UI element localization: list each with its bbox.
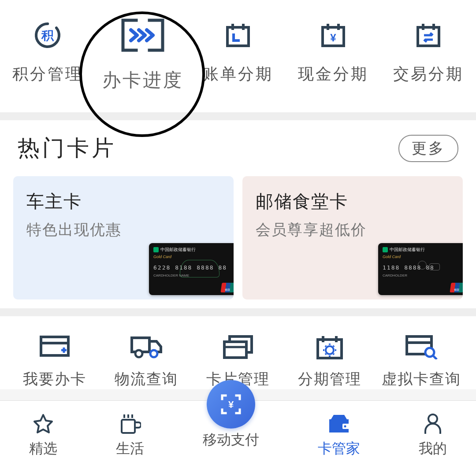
calendar-L-icon bbox=[224, 18, 252, 53]
nav-label: 生活 bbox=[116, 439, 144, 458]
svg-point-34 bbox=[344, 425, 346, 428]
divider bbox=[0, 308, 476, 316]
shortcut-bill-installment[interactable]: 账单分期 bbox=[194, 18, 282, 85]
divider bbox=[0, 112, 476, 120]
card-subtitle: 会员尊享超低价 bbox=[256, 220, 450, 240]
action-label: 物流查询 bbox=[115, 369, 178, 389]
unionpay-icon: 银联 bbox=[450, 283, 463, 292]
svg-point-35 bbox=[428, 414, 437, 423]
svg-rect-20 bbox=[318, 340, 342, 358]
more-button[interactable]: 更多 bbox=[398, 135, 458, 162]
svg-rect-18 bbox=[224, 342, 246, 358]
bottom-nav: 精选 生活 ¥ 移动支付 卡管家 我的 bbox=[0, 400, 476, 462]
card-search-icon bbox=[405, 334, 438, 360]
nav-featured[interactable]: 精选 bbox=[29, 412, 57, 458]
calendar-gear-icon bbox=[315, 334, 344, 360]
svg-rect-9 bbox=[418, 27, 439, 46]
nav-mobile-payment[interactable]: ¥ 移动支付 bbox=[203, 380, 259, 450]
truck-icon bbox=[130, 334, 163, 360]
svg-point-23 bbox=[326, 346, 334, 354]
shortcut-label: 积分管理 bbox=[12, 63, 83, 85]
action-row: 我要办卡 物流查询 卡片管理 分期管理 虚拟卡查询 bbox=[0, 316, 476, 389]
star-icon bbox=[32, 412, 54, 436]
credit-card-image: 中国邮政储蓄银行 Gold Card 6228 8188 8888 88 CAR… bbox=[149, 243, 234, 295]
shortcut-cash-installment[interactable]: ¥ 现金分期 bbox=[289, 18, 377, 85]
promo-card-car-owner[interactable]: 车主卡 特色出现优惠 中国邮政储蓄银行 Gold Card 6228 8188 … bbox=[13, 176, 234, 299]
calendar-transfer-icon bbox=[414, 18, 443, 53]
svg-point-15 bbox=[135, 350, 142, 357]
person-icon bbox=[423, 412, 443, 436]
credit-card-image: 中国邮政储蓄银行 Gold Card 1188 8888 88 CARDHOLD… bbox=[378, 243, 463, 295]
card-title: 车主卡 bbox=[26, 189, 220, 214]
shortcut-label: 现金分期 bbox=[298, 63, 368, 85]
shortcut-label: 交易分期 bbox=[393, 63, 464, 85]
nav-mine[interactable]: 我的 bbox=[419, 412, 447, 458]
action-label: 虚拟卡查询 bbox=[382, 369, 461, 389]
nav-life[interactable]: 生活 bbox=[116, 412, 144, 458]
shortcut-label: 账单分期 bbox=[203, 63, 273, 85]
top-shortcuts-row: 积 积分管理 办卡进度 账单分期 bbox=[0, 0, 476, 112]
svg-text:¥: ¥ bbox=[330, 32, 336, 44]
cards-stack-icon bbox=[223, 334, 253, 360]
card-plus-icon bbox=[39, 334, 70, 360]
nav-label: 卡管家 bbox=[318, 439, 360, 458]
calendar-yen-icon: ¥ bbox=[319, 18, 347, 53]
action-logistics-query[interactable]: 物流查询 bbox=[102, 334, 190, 389]
svg-line-27 bbox=[433, 356, 437, 359]
action-label: 分期管理 bbox=[298, 369, 361, 389]
section-title: 热门卡片 bbox=[18, 133, 116, 163]
progress-arrows-icon bbox=[119, 18, 167, 53]
scan-pay-icon: ¥ bbox=[207, 380, 255, 429]
card-subtitle: 特色出现优惠 bbox=[26, 220, 220, 240]
action-label: 我要办卡 bbox=[23, 369, 86, 389]
svg-point-16 bbox=[150, 350, 157, 357]
nav-card-manager[interactable]: 卡管家 bbox=[318, 412, 360, 458]
cup-icon bbox=[119, 412, 141, 436]
svg-rect-28 bbox=[122, 420, 135, 433]
shortcut-card-progress[interactable]: 办卡进度 bbox=[99, 18, 187, 92]
hot-cards-section: 热门卡片 更多 车主卡 特色出现优惠 中国邮政储蓄银行 Gold Card 62… bbox=[0, 120, 476, 308]
shortcut-label: 办卡进度 bbox=[102, 68, 183, 92]
unionpay-icon: 银联 bbox=[220, 283, 234, 292]
svg-text:¥: ¥ bbox=[228, 399, 234, 410]
svg-rect-2 bbox=[227, 27, 249, 46]
nav-label: 移动支付 bbox=[203, 430, 259, 450]
nav-label: 我的 bbox=[419, 439, 447, 458]
action-virtual-card-query[interactable]: 虚拟卡查询 bbox=[377, 334, 465, 389]
action-apply-card[interactable]: 我要办卡 bbox=[11, 334, 99, 389]
svg-text:积: 积 bbox=[41, 29, 54, 42]
shortcut-points-management[interactable]: 积 积分管理 bbox=[4, 18, 92, 85]
section-header: 热门卡片 更多 bbox=[13, 133, 463, 163]
card-title: 邮储食堂卡 bbox=[256, 189, 450, 214]
points-circle-icon: 积 bbox=[33, 18, 62, 53]
svg-point-26 bbox=[425, 348, 434, 357]
shortcut-transaction-installment[interactable]: 交易分期 bbox=[384, 18, 472, 85]
wallet-icon bbox=[327, 412, 351, 436]
nav-label: 精选 bbox=[29, 439, 57, 458]
card-row: 车主卡 特色出现优惠 中国邮政储蓄银行 Gold Card 6228 8188 … bbox=[13, 176, 463, 299]
action-installment-management[interactable]: 分期管理 bbox=[286, 334, 374, 389]
promo-card-canteen[interactable]: 邮储食堂卡 会员尊享超低价 中国邮政储蓄银行 Gold Card 1188 88… bbox=[242, 176, 463, 299]
